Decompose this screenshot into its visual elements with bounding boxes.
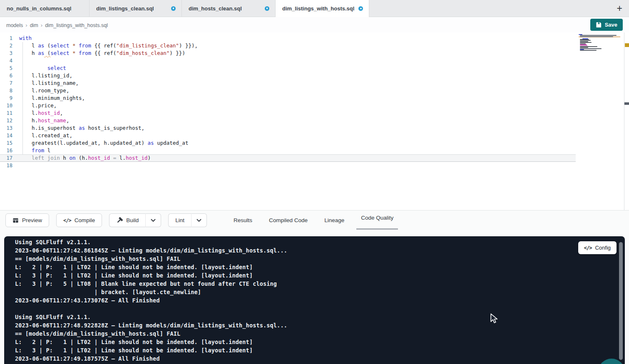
compile-label: Compile <box>75 217 95 223</box>
code-text: l.minimum_nights, <box>12 94 85 102</box>
line-number: 4 <box>0 57 12 64</box>
open-file-tabs: no_nulls_in_columns.sqldim_listings_clea… <box>0 0 369 17</box>
code-text: h as (select * from {{ ref("dim_hosts_cl… <box>12 50 185 57</box>
unsaved-changes-icon <box>171 6 176 11</box>
code-line[interactable]: 7 l.listing_name, <box>0 79 576 87</box>
save-button-label: Save <box>605 22 617 28</box>
code-line[interactable]: 14 l.created_at, <box>0 132 576 139</box>
editor-action-toolbar: Preview </> Compile Build <box>0 210 629 230</box>
editor-tab[interactable]: no_nulls_in_columns.sql <box>0 0 90 17</box>
code-line[interactable]: 5 select <box>0 64 576 72</box>
breadcrumb-separator-icon: › <box>25 22 27 28</box>
code-line[interactable]: 4 <box>0 57 576 64</box>
code-line[interactable]: 3 h as (select * from {{ ref("dim_hosts_… <box>0 50 576 57</box>
save-button[interactable]: Save <box>590 19 623 31</box>
code-brackets-icon: </> <box>63 218 71 223</box>
terminal-line: 2023-06-06T11:27:43.173076Z — All Finish… <box>15 297 608 305</box>
code-line[interactable]: 2 l as (select * from {{ ref("dim_listin… <box>0 42 576 50</box>
editor-tab[interactable]: dim_listings_with_hosts.sql <box>276 0 369 17</box>
preview-button[interactable]: Preview <box>5 213 49 227</box>
result-tab-code-quality[interactable]: Code Quality <box>360 210 395 230</box>
code-editor[interactable]: 1with2 l as (select * from {{ ref("dim_l… <box>0 32 629 210</box>
lint-split-button: Lint <box>168 213 207 227</box>
line-number: 2 <box>0 42 12 50</box>
result-tab-compiled-code[interactable]: Compiled Code <box>268 210 309 230</box>
line-number: 9 <box>0 94 12 102</box>
editor-tab[interactable]: dim_hosts_clean.sql <box>182 0 276 17</box>
terminal-scrollbar-thumb[interactable] <box>619 242 623 360</box>
tab-label: dim_listings_clean.sql <box>96 5 154 12</box>
line-number: 18 <box>0 162 12 169</box>
line-number: 10 <box>0 102 12 109</box>
line-number: 16 <box>0 147 12 154</box>
scroll-position-marker <box>624 102 629 105</box>
result-tab-lineage[interactable]: Lineage <box>323 210 346 230</box>
code-text: l.created_at, <box>12 132 72 139</box>
lint-config-button[interactable]: </> Config <box>578 241 617 254</box>
code-text: l.room_type, <box>12 87 69 94</box>
editor-tab-bar: no_nulls_in_columns.sqldim_listings_clea… <box>0 0 629 17</box>
code-line[interactable]: 8 l.room_type, <box>0 87 576 94</box>
build-dropdown-button[interactable] <box>145 213 161 227</box>
code-text: l.host_id, <box>12 109 63 117</box>
code-brackets-icon: </> <box>584 245 592 251</box>
terminal-line: == [models/dim/dim_listings_with_hosts.s… <box>15 255 608 264</box>
code-text: l.listing_id, <box>12 72 72 79</box>
lint-dropdown-button[interactable] <box>191 213 207 227</box>
breadcrumb-item[interactable]: dim <box>30 22 38 28</box>
breadcrumb-item[interactable]: models <box>6 22 23 28</box>
unsaved-changes-icon <box>265 6 269 11</box>
terminal-output: Using SQLFluff v2.1.1.2023-06-06T11:27:4… <box>15 239 608 364</box>
tab-label: no_nulls_in_columns.sql <box>7 5 71 12</box>
code-line[interactable]: 11 l.host_id, <box>0 109 576 117</box>
editor-tab[interactable]: dim_listings_clean.sql <box>90 0 182 17</box>
lint-button[interactable]: Lint <box>168 213 191 227</box>
line-number: 17 <box>0 154 12 162</box>
terminal-line: Using SQLFluff v2.1.1. <box>15 239 608 247</box>
file-header-bar: models›dim›dim_listings_with_hosts.sql S… <box>0 17 629 32</box>
code-text: with <box>12 35 32 42</box>
code-line[interactable]: 13 h.is_superhost as host_is_superhost, <box>0 124 576 132</box>
code-text: greatest(l.updated_at, h.updated_at) as … <box>12 139 188 147</box>
compile-button[interactable]: </> Compile <box>56 213 102 227</box>
terminal-line: L: 3 | P: 5 | LT08 | Blank line expected… <box>15 280 608 289</box>
breadcrumb: models›dim›dim_listings_with_hosts.sql <box>6 21 108 29</box>
code-line[interactable]: 9 l.minimum_nights, <box>0 94 576 102</box>
code-text: l as (select * from {{ ref("dim_listings… <box>12 42 198 50</box>
dbt-cloud-ide: no_nulls_in_columns.sqldim_listings_clea… <box>0 0 629 364</box>
terminal-line: 2023-06-06T11:27:48.922828Z — Linting mo… <box>15 322 608 330</box>
preview-label: Preview <box>22 217 42 223</box>
line-number: 15 <box>0 139 12 147</box>
unsaved-changes-icon <box>358 6 363 11</box>
tab-label: dim_listings_with_hosts.sql <box>282 5 354 12</box>
code-line[interactable]: 17 left join h on (h.host_id = l.host_id… <box>0 154 576 162</box>
code-line[interactable]: 16 from l <box>0 147 576 154</box>
line-number: 13 <box>0 124 12 132</box>
chevron-down-icon <box>196 219 201 222</box>
terminal-line: L: 2 | P: 1 | LT02 | Line should not be … <box>15 264 608 272</box>
breadcrumb-item[interactable]: dim_listings_with_hosts.sql <box>45 22 108 28</box>
line-number: 14 <box>0 132 12 139</box>
code-line[interactable]: 15 greatest(l.updated_at, h.updated_at) … <box>0 139 576 147</box>
build-button[interactable]: Build <box>109 213 145 227</box>
code-line[interactable]: 12 h.host_name, <box>0 117 576 124</box>
config-label: Config <box>595 245 611 251</box>
result-tab-results[interactable]: Results <box>232 210 254 230</box>
terminal-line: Using SQLFluff v2.1.1. <box>15 314 608 322</box>
editor-overview-ruler[interactable] <box>624 32 629 210</box>
terminal-line: L: 3 | P: 1 | LT02 | Line should not be … <box>15 272 608 280</box>
code-text: l.price, <box>12 102 57 109</box>
code-quality-terminal[interactable]: Using SQLFluff v2.1.1.2023-06-06T11:27:4… <box>4 236 625 364</box>
code-text <box>12 57 19 64</box>
code-line[interactable]: 1with <box>0 35 576 42</box>
chevron-down-icon <box>151 219 156 222</box>
code-line[interactable]: 10 l.price, <box>0 102 576 109</box>
editor-minimap[interactable] <box>579 34 620 54</box>
new-tab-button[interactable]: + <box>610 4 629 13</box>
line-number: 11 <box>0 109 12 117</box>
tab-label: dim_hosts_clean.sql <box>189 5 242 12</box>
code-line[interactable]: 18 <box>0 162 576 169</box>
code-text: h.is_superhost as host_is_superhost, <box>12 124 144 132</box>
code-text: l.listing_name, <box>12 79 79 87</box>
code-line[interactable]: 6 l.listing_id, <box>0 72 576 79</box>
